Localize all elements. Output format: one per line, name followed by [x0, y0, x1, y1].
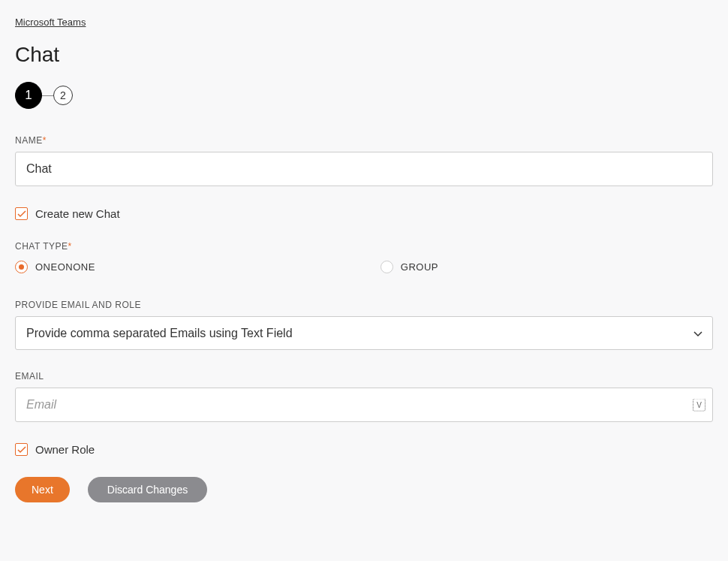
required-mark: * [43, 135, 47, 146]
email-input-wrapper: V [15, 388, 713, 422]
chat-type-radio-group: ONEONONE GROUP [15, 261, 713, 273]
radio-group-label: GROUP [401, 261, 438, 273]
step-2[interactable]: 2 [53, 86, 73, 105]
email-role-select[interactable]: Provide comma separated Emails using Tex… [15, 316, 713, 350]
radio-group-option[interactable]: GROUP [381, 261, 438, 273]
email-field-group: EMAIL V [15, 371, 713, 422]
email-role-select-wrapper: Provide comma separated Emails using Tex… [15, 316, 713, 350]
email-role-group: PROVIDE EMAIL AND ROLE Provide comma sep… [15, 300, 713, 350]
email-role-label: PROVIDE EMAIL AND ROLE [15, 300, 713, 310]
chat-type-group: CHAT TYPE* [15, 241, 713, 252]
page-title: Chat [15, 43, 713, 67]
breadcrumb-link[interactable]: Microsoft Teams [15, 17, 86, 28]
name-field-group: NAME* [15, 135, 713, 186]
create-new-label: Create new Chat [35, 207, 120, 220]
email-input[interactable] [15, 388, 713, 422]
name-label: NAME* [15, 135, 713, 146]
owner-role-checkbox[interactable] [15, 443, 28, 456]
name-input[interactable] [15, 152, 713, 186]
discard-button[interactable]: Discard Changes [88, 477, 207, 502]
email-label: EMAIL [15, 371, 713, 382]
owner-role-row: Owner Role [15, 443, 713, 456]
owner-role-label: Owner Role [35, 443, 95, 456]
check-icon [17, 446, 26, 454]
radio-oneonone[interactable]: ONEONONE [15, 261, 95, 273]
radio-group-indicator [381, 261, 393, 273]
create-new-row: Create new Chat [15, 207, 713, 220]
required-mark: * [68, 241, 72, 252]
radio-oneonone-label: ONEONONE [35, 261, 95, 273]
stepper: 1 2 [15, 82, 713, 109]
button-row: Next Discard Changes [15, 477, 713, 502]
chat-type-label: CHAT TYPE* [15, 241, 713, 252]
step-1[interactable]: 1 [15, 82, 42, 109]
next-button[interactable]: Next [15, 477, 70, 502]
check-icon [17, 210, 26, 218]
step-connector [42, 95, 53, 96]
create-new-checkbox[interactable] [15, 207, 28, 220]
radio-oneonone-indicator [15, 261, 28, 273]
